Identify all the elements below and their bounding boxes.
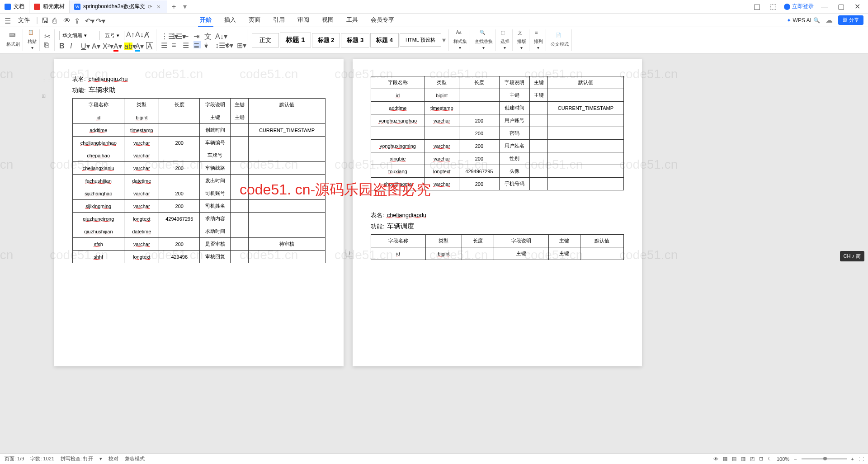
share-button[interactable]: ⛓ 分享 [838,15,863,25]
menu-tab-vip[interactable]: 会员专享 [369,14,396,27]
night-mode-icon[interactable]: ☾ [768,456,772,462]
cell[interactable] [547,152,623,165]
cell[interactable] [231,251,249,263]
cell[interactable]: 车辆编号 [200,137,231,149]
cell[interactable]: bigint [425,247,462,260]
cell[interactable]: datetime [124,225,159,238]
styles-dropdown-icon[interactable]: ▾ [442,36,446,44]
clear-format-icon[interactable]: A̸ [144,31,151,38]
menu-tab-tools[interactable]: 工具 [344,14,360,27]
cell[interactable]: xingbie [371,152,425,165]
cell[interactable] [547,140,623,152]
table-row[interactable]: 200密码 [371,127,624,140]
cell[interactable]: longtext [124,213,159,225]
cell[interactable]: 429496 [159,251,200,263]
cell[interactable] [530,102,547,114]
cell[interactable]: varchar [124,137,159,149]
menu-tab-page[interactable]: 页面 [247,14,262,27]
cell[interactable] [547,89,623,102]
select-button[interactable]: ⬚选择▾ [500,30,509,50]
cell[interactable] [159,225,200,238]
table-row[interactable]: cheliangbianhaovarchar200车辆编号 [73,137,326,149]
table-row[interactable]: sijizhanghaovarchar200司机账号 [73,187,326,200]
cell[interactable]: sijizhanghao [73,187,124,200]
cell[interactable] [231,175,249,187]
line-spacing-icon[interactable]: ↕☰▾ [215,41,222,48]
cell[interactable] [530,114,547,127]
multi-window-icon[interactable]: ◫ [751,1,762,12]
style-h4[interactable]: 标题 4 [370,33,399,47]
cell[interactable]: chepaihao [73,149,124,162]
cell[interactable]: sfsh [73,238,124,251]
cell[interactable]: 4294967295 [459,165,499,178]
cell[interactable]: 200 [459,178,499,190]
gov-mode-button[interactable]: 📄公文模式 [551,33,569,47]
cell[interactable]: varchar [124,238,159,251]
cell[interactable] [249,175,326,187]
tab-current[interactable]: Wspringbootdha3s数据库文⟳× [70,0,167,13]
zoom-out-button[interactable]: − [794,456,797,462]
menu-tab-ref[interactable]: 引用 [271,14,287,27]
cell[interactable]: varchar [425,140,459,152]
view-mode-icon[interactable]: ⊡ [759,456,763,462]
zoom-slider[interactable] [802,458,847,459]
cell[interactable]: 待审核 [249,238,326,251]
cell[interactable]: 创建时间 [200,124,231,137]
cube-icon[interactable]: ⬚ [768,1,778,12]
cell[interactable] [231,187,249,200]
bold-icon[interactable]: B [59,42,66,49]
cell[interactable]: cheliangxianlu [73,162,124,175]
cell[interactable] [249,137,326,149]
tabs-dropdown-icon[interactable]: ▾ [180,2,189,11]
find-replace-button[interactable]: 🔍查找替换▾ [475,30,493,50]
shading-icon[interactable]: A▾ [135,42,142,49]
cell[interactable]: varchar [425,152,459,165]
cell[interactable] [371,127,425,140]
table-row[interactable]: qiuzhuneironglongtext4294967295求助内容 [73,213,326,225]
export-icon[interactable]: ⇪ [74,17,81,24]
cell[interactable]: 主键 [530,89,547,102]
cell[interactable]: varchar [124,187,159,200]
bullets-icon[interactable]: ⋮☰▾ [161,32,168,39]
redo-icon[interactable]: ↷▾ [96,17,103,24]
cell[interactable]: 车牌号 [200,149,231,162]
cell[interactable]: CURRENT_TIMESTAMP [249,124,326,137]
cell[interactable] [249,149,326,162]
styleset-button[interactable]: Aᴀ样式集▾ [453,30,467,50]
tab-docs[interactable]: 文档 [0,0,29,13]
status-proof[interactable]: 校对 [108,455,118,462]
cell[interactable]: 200 [159,137,200,149]
cell[interactable]: 发出时间 [200,175,231,187]
cell[interactable]: 主键 [499,89,529,102]
cell[interactable] [530,127,547,140]
cell[interactable]: timestamp [425,102,459,114]
cell[interactable]: touxiang [371,165,425,178]
cell[interactable]: 手机号码 [499,178,529,190]
paste-button[interactable]: 📋粘贴▾ [28,30,37,50]
font-color-icon[interactable]: A▾ [113,42,121,49]
cell[interactable] [459,102,499,114]
cell[interactable] [249,200,326,213]
view-focus-icon[interactable]: ◰ [750,456,755,462]
cell[interactable] [425,127,459,140]
file-menu[interactable]: 文件 [15,16,33,24]
cell[interactable] [231,162,249,175]
style-h2[interactable]: 标题 2 [312,33,340,47]
cell[interactable] [547,178,623,190]
align-justify-icon[interactable]: ≣ [193,41,201,48]
table-row[interactable]: qiuzhushijiandatetime求助时间 [73,225,326,238]
table-row[interactable]: yonghuzhanghaovarchar200用户账号 [371,114,624,127]
zoom-in-button[interactable]: + [851,456,854,462]
view-web-icon[interactable]: ▤ [732,456,736,462]
table-row[interactable]: xingbievarchar200性别 [371,152,624,165]
cell[interactable]: yonghuxingming [371,140,425,152]
cell[interactable] [462,247,494,260]
cell[interactable]: varchar [124,149,159,162]
drag-handle-icon[interactable]: ⋮⋮ [42,77,52,83]
cloud-icon[interactable]: ☁ [826,16,833,24]
cell[interactable]: 车辆线路 [200,162,231,175]
cell[interactable]: 4294967295 [159,213,200,225]
close-button[interactable]: ✕ [852,1,863,12]
strike-icon[interactable]: A▾ [92,42,99,49]
view-read-icon[interactable]: 👁 [713,456,718,462]
